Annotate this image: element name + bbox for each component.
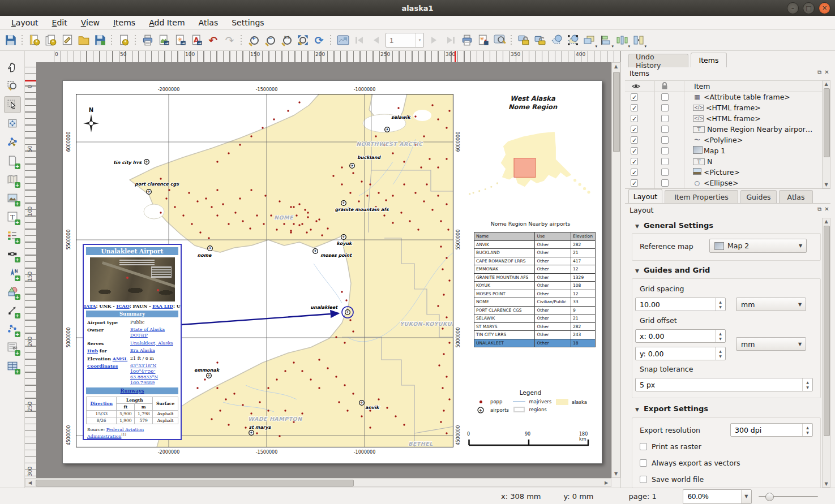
lock-checkbox[interactable]	[661, 126, 669, 133]
tab-item-properties[interactable]: Item Properties	[665, 190, 738, 204]
zoom-slider[interactable]	[759, 493, 818, 501]
reference-map-combo[interactable]: Map 2 ▼	[709, 239, 807, 253]
add-node-item-tool[interactable]	[4, 320, 21, 337]
overview-title-label[interactable]: West Alaska Nome Region	[482, 94, 584, 111]
edit-nodes-tool[interactable]	[4, 133, 21, 150]
menu-atlas[interactable]: Atlas	[193, 17, 224, 28]
always-vectors-row[interactable]: Always export as vectors	[640, 459, 740, 467]
menu-layout[interactable]: Layout	[6, 17, 44, 28]
add-from-template-button[interactable]: *	[115, 32, 132, 49]
lock-checkbox[interactable]	[661, 179, 669, 187]
grid-offset-y-input[interactable]	[636, 349, 715, 359]
move-item-content-tool[interactable]	[4, 115, 21, 132]
horizontal-scrollbar[interactable]: ◀▶	[25, 478, 611, 487]
direction-link[interactable]: Direction	[91, 401, 113, 406]
add-shape-tool[interactable]	[4, 283, 21, 300]
print-as-raster-checkbox[interactable]	[640, 443, 647, 450]
layout-canvas[interactable]: NORTHWEST ARCTIC NOME YUKON-KOYUKUK WADE…	[36, 62, 611, 478]
airport-info-html-frame[interactable]: Unalakleet Airport IATA: UNK - ICAO: PAU…	[83, 244, 182, 440]
vertical-scrollbar[interactable]: ▲▼	[611, 62, 620, 478]
zoom-tool[interactable]	[4, 77, 21, 94]
visibility-checkbox[interactable]: ✓	[631, 169, 638, 176]
item-row-html-frame[interactable]: ✓ </><HTML frame>	[625, 102, 820, 113]
open-folder-button[interactable]	[75, 32, 92, 49]
atlas-settings-button[interactable]	[491, 32, 508, 49]
close-panel-icon[interactable]: ✕	[824, 206, 829, 213]
spinner-arrows[interactable]: ▲▼	[802, 378, 812, 391]
lock-checkbox[interactable]	[661, 169, 669, 176]
minimize-button[interactable]: –	[787, 2, 799, 14]
owner-link[interactable]: State of Alaska DOT&P	[130, 327, 165, 338]
atlas-preview-button[interactable]	[335, 32, 351, 49]
save-project-button[interactable]	[2, 32, 19, 49]
lock-checkbox[interactable]	[661, 147, 669, 154]
atlas-next-button[interactable]	[426, 32, 442, 49]
airports-attribute-table[interactable]: NameUseElevation ANVIKOther282 BUCKLANDO…	[474, 232, 596, 347]
align-items-button[interactable]: ▾	[597, 32, 614, 49]
export-settings-header[interactable]: ▼Export Settings	[635, 404, 708, 413]
atlas-prev-button[interactable]	[367, 32, 384, 49]
lock-checkbox[interactable]	[661, 104, 669, 111]
spinner-arrows[interactable]: ▲▼	[715, 347, 725, 360]
select-move-item-tool[interactable]	[4, 96, 21, 113]
tab-items[interactable]: Items	[691, 53, 727, 67]
items-scrollbar-thumb[interactable]	[824, 88, 830, 157]
zoom-level-combo[interactable]: ▼	[683, 489, 752, 504]
item-row-label[interactable]: ✓ TNome Region Nearby airpor…	[625, 124, 820, 135]
atlas-page-input[interactable]	[386, 36, 416, 45]
print-atlas-button[interactable]	[459, 32, 475, 49]
layout-page[interactable]: NORTHWEST ARCTIC NOME YUKON-KOYUKUK WADE…	[62, 80, 602, 464]
guides-grid-header[interactable]: ▼Guides and Grid	[635, 266, 710, 274]
grid-offset-y-spinner[interactable]: ▲▼	[635, 347, 726, 360]
grid-offset-x-input[interactable]	[636, 331, 715, 341]
airports-table-title[interactable]: Nome Region Nearby airports	[468, 221, 593, 227]
visibility-checkbox[interactable]: ✓	[631, 158, 638, 165]
spinner-arrows[interactable]: ▲▼	[802, 424, 812, 436]
grid-spacing-spinner[interactable]: ▲▼	[635, 298, 726, 311]
item-row-attribute-table[interactable]: ✓ ▦<Attribute table frame>	[625, 92, 820, 102]
snap-tolerance-spinner[interactable]: ▲▼	[635, 378, 813, 391]
lock-checkbox[interactable]	[661, 93, 669, 101]
hub-link[interactable]: Hub	[87, 348, 98, 354]
grid-offset-unit-combo[interactable]: mm ▼	[736, 337, 806, 351]
grid-spacing-input[interactable]	[636, 300, 715, 309]
pan-tool[interactable]	[4, 59, 21, 76]
zoom-full-button[interactable]	[294, 32, 311, 49]
float-panel-icon[interactable]: ⧉	[817, 206, 821, 213]
item-row-ellipse[interactable]: ✓ ○<Ellipse>	[625, 178, 820, 188]
zoom-in-button[interactable]: +	[245, 32, 262, 49]
distribute-items-button[interactable]: ▾	[614, 32, 630, 49]
atlas-first-button[interactable]	[351, 32, 367, 49]
zoom-actual-button[interactable]: 1:1	[278, 32, 294, 49]
resize-items-button[interactable]: ▾	[630, 32, 646, 49]
duplicate-layout-button[interactable]: *	[42, 32, 59, 49]
visibility-checkbox[interactable]: ✓	[631, 147, 638, 154]
export-atlas-button[interactable]: ✳A	[475, 32, 491, 49]
select-all-button[interactable]	[548, 32, 564, 49]
menu-edit[interactable]: Edit	[46, 17, 73, 28]
visibility-checkbox[interactable]: ✓	[631, 126, 638, 133]
atlas-last-button[interactable]	[442, 32, 459, 49]
export-pdf-button[interactable]: A⇥	[189, 32, 205, 49]
runways-link[interactable]: Runways	[121, 388, 144, 394]
raise-items-button[interactable]: ▾	[581, 32, 597, 49]
item-row-polyline[interactable]: ✓ 〜<Polyline>	[625, 135, 820, 145]
general-settings-header[interactable]: ▼General Settings	[635, 221, 713, 230]
lock-items-button[interactable]	[515, 32, 532, 49]
atlas-page-spinner[interactable]: ▾	[386, 33, 424, 48]
layout-manager-button[interactable]	[59, 32, 75, 49]
export-resolution-input[interactable]	[731, 425, 802, 435]
print-as-raster-row[interactable]: Print as raster	[640, 442, 701, 451]
menu-add-item[interactable]: Add Item	[143, 17, 190, 28]
scale-bar[interactable]: 0 90 180 km	[468, 432, 590, 449]
add-attribute-table-tool[interactable]	[4, 357, 21, 374]
add-page-tool[interactable]	[4, 152, 21, 169]
serves-link[interactable]: Unalakleet, Alaska	[130, 341, 173, 346]
visibility-checkbox[interactable]: ✓	[631, 136, 638, 144]
hub-for-link[interactable]: Era Alaska	[130, 348, 155, 353]
icao-link[interactable]: ICAO	[116, 303, 129, 309]
visibility-checkbox[interactable]: ✓	[631, 93, 638, 101]
atlas-page-dropdown[interactable]: ▾	[416, 33, 423, 47]
layout-scrollbar-thumb[interactable]	[824, 226, 830, 436]
menu-items[interactable]: Items	[108, 17, 141, 28]
